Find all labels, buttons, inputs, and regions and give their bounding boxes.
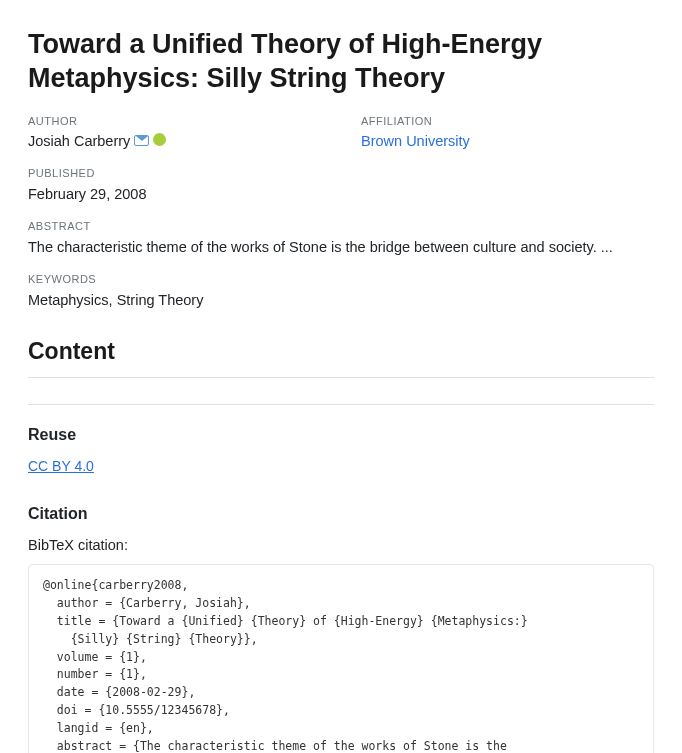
author-name: Josiah Carberry xyxy=(28,131,130,152)
reuse-heading: Reuse xyxy=(28,423,654,446)
bibtex-intro: BibTeX citation: xyxy=(28,535,654,556)
bibtex-block: @online{carberry2008, author = {Carberry… xyxy=(28,564,654,753)
published-label: PUBLISHED xyxy=(28,166,654,182)
author-label: AUTHOR xyxy=(28,114,321,130)
affiliation-label: AFFILIATION xyxy=(361,114,654,130)
license-link[interactable]: CC BY 4.0 xyxy=(28,458,94,474)
keywords-text: Metaphysics, String Theory xyxy=(28,290,654,311)
affiliation-link[interactable]: Brown University xyxy=(361,133,470,149)
content-rule xyxy=(28,377,654,378)
abstract-text: The characteristic theme of the works of… xyxy=(28,237,654,258)
appendix-rule xyxy=(28,404,654,405)
content-heading: Content xyxy=(28,335,654,368)
meta-row-author-affiliation: AUTHOR Josiah Carberry AFFILIATION Brown… xyxy=(28,114,654,153)
email-icon[interactable] xyxy=(134,131,149,152)
published-date: February 29, 2008 xyxy=(28,184,654,205)
citation-heading: Citation xyxy=(28,502,654,525)
keywords-label: KEYWORDS xyxy=(28,272,654,288)
page-title: Toward a Unified Theory of High-Energy M… xyxy=(28,28,654,96)
orcid-icon[interactable] xyxy=(153,131,166,152)
abstract-label: ABSTRACT xyxy=(28,219,654,235)
